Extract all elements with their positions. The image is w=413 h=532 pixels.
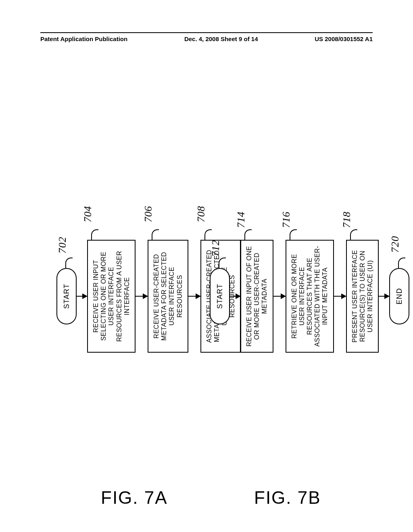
arrow-icon xyxy=(230,296,240,297)
header-right: US 2008/0301552 A1 xyxy=(315,35,373,42)
start-label: START xyxy=(216,284,224,309)
header-center: Dec. 4, 2008 Sheet 9 of 14 xyxy=(184,35,258,42)
hook-icon xyxy=(152,229,159,240)
arrow-icon xyxy=(334,296,346,297)
ref-708: 708 xyxy=(195,206,207,222)
end-label: END xyxy=(395,288,404,305)
arrow-icon xyxy=(379,296,389,297)
hook-icon xyxy=(398,258,405,268)
process-step-1: RECEIVE USER INPUT OF ONE OR MORE USER-C… xyxy=(240,240,273,353)
page-header: Patent Application Publication Dec. 4, 2… xyxy=(40,32,373,42)
content-area: START 702 RECEIVE USER INPUT SELECTING O… xyxy=(40,73,373,476)
hook-icon xyxy=(65,258,73,268)
start-label: START xyxy=(63,284,71,309)
ref-720: 720 xyxy=(389,236,401,253)
step3-text: PRESENT USER INTERFACE RESOURCE(S) TO US… xyxy=(351,245,374,347)
ref-712: 712 xyxy=(210,240,222,257)
step2-text: RECEIVE USER-CREATED METADATA FOR SELECT… xyxy=(152,245,184,347)
header-left: Patent Application Publication xyxy=(40,35,127,42)
hook-icon xyxy=(350,229,357,240)
step1-text: RECEIVE USER INPUT OF ONE OR MORE USER-C… xyxy=(245,245,269,347)
step2-text: RETRIEVE ONE OR MORE USER INTERFACE RESO… xyxy=(290,245,329,347)
step1-text: RECEIVE USER INPUT SELECTING ONE OR MORE… xyxy=(92,245,131,347)
ref-706: 706 xyxy=(142,206,154,222)
hook-icon xyxy=(290,229,297,240)
start-terminator: START 702 xyxy=(56,268,77,324)
hook-icon xyxy=(91,229,98,240)
start-terminator: START 712 xyxy=(210,268,230,324)
figure-label-7a: FIG. 7A xyxy=(101,488,168,508)
figure-label-7b: FIG. 7B xyxy=(254,488,321,508)
hook-icon xyxy=(219,258,226,268)
arrow-icon xyxy=(136,296,148,297)
end-terminator: END 720 xyxy=(389,268,409,324)
arrow-icon xyxy=(77,296,87,297)
arrow-icon xyxy=(273,296,286,297)
page: Patent Application Publication Dec. 4, 2… xyxy=(0,0,413,532)
arrow-icon xyxy=(188,296,200,297)
flowchart-b: START 712 RECEIVE USER INPUT OF ONE OR M… xyxy=(210,141,409,451)
process-step-2: RETRIEVE ONE OR MORE USER INTERFACE RESO… xyxy=(286,240,334,353)
ref-702: 702 xyxy=(56,237,69,254)
flowchart-b-wrap: START 712 RECEIVE USER INPUT OF ONE OR M… xyxy=(210,141,409,451)
process-step-3: PRESENT USER INTERFACE RESOURCE(S) TO US… xyxy=(346,240,379,353)
process-step-2: RECEIVE USER-CREATED METADATA FOR SELECT… xyxy=(148,240,188,353)
ref-718: 718 xyxy=(340,212,353,228)
ref-704: 704 xyxy=(81,206,94,222)
hook-icon xyxy=(244,229,252,240)
ref-716: 716 xyxy=(280,212,292,228)
ref-714: 714 xyxy=(235,212,247,228)
process-step-1: RECEIVE USER INPUT SELECTING ONE OR MORE… xyxy=(87,240,136,353)
